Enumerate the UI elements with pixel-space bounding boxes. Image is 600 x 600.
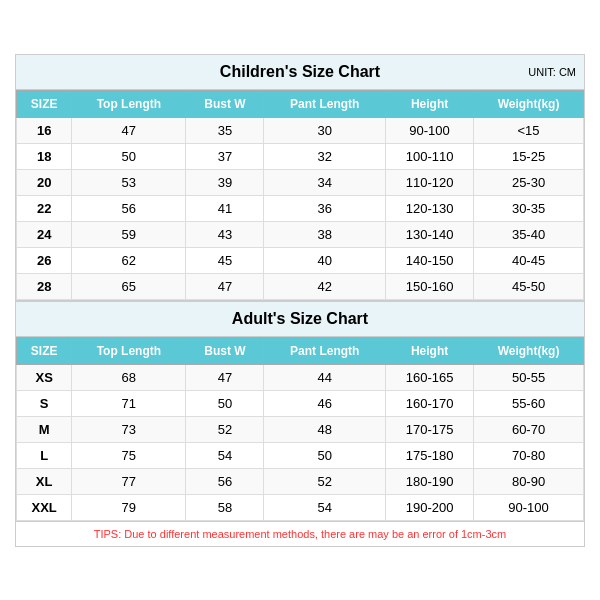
table-cell: 34 — [264, 169, 386, 195]
table-cell: 48 — [264, 416, 386, 442]
table-row: XS684744160-16550-55 — [17, 364, 584, 390]
table-cell: 22 — [17, 195, 72, 221]
table-cell: XS — [17, 364, 72, 390]
table-cell: 90-100 — [474, 494, 584, 520]
table-cell: 56 — [186, 468, 264, 494]
col-size: SIZE — [17, 90, 72, 117]
table-row: 20533934110-12025-30 — [17, 169, 584, 195]
adult-col-bust-w: Bust W — [186, 337, 264, 364]
table-cell: 52 — [186, 416, 264, 442]
adult-col-height: Height — [386, 337, 474, 364]
size-chart-container: Children's Size Chart UNIT: CM SIZE Top … — [15, 54, 585, 547]
table-cell: 46 — [264, 390, 386, 416]
adult-title: Adult's Size Chart — [232, 310, 368, 327]
table-cell: M — [17, 416, 72, 442]
adult-table: SIZE Top Length Bust W Pant Length Heigh… — [16, 337, 584, 521]
table-cell: 160-170 — [386, 390, 474, 416]
table-row: 22564136120-13030-35 — [17, 195, 584, 221]
table-row: XXL795854190-20090-100 — [17, 494, 584, 520]
table-cell: 79 — [72, 494, 186, 520]
table-cell: 59 — [72, 221, 186, 247]
table-cell: 68 — [72, 364, 186, 390]
table-cell: L — [17, 442, 72, 468]
adult-table-body: XS684744160-16550-55S715046160-17055-60M… — [17, 364, 584, 520]
col-top-length: Top Length — [72, 90, 186, 117]
table-cell: 20 — [17, 169, 72, 195]
adult-col-weight: Weight(kg) — [474, 337, 584, 364]
children-title-row: Children's Size Chart UNIT: CM — [16, 55, 584, 90]
table-cell: 40-45 — [474, 247, 584, 273]
table-cell: 36 — [264, 195, 386, 221]
table-cell: 42 — [264, 273, 386, 299]
tips-text: TIPS: Due to different measurement metho… — [94, 528, 506, 540]
table-cell: 37 — [186, 143, 264, 169]
unit-label: UNIT: CM — [528, 66, 576, 78]
table-cell: 44 — [264, 364, 386, 390]
table-cell: 175-180 — [386, 442, 474, 468]
table-cell: 150-160 — [386, 273, 474, 299]
table-cell: 190-200 — [386, 494, 474, 520]
adult-header-row: SIZE Top Length Bust W Pant Length Heigh… — [17, 337, 584, 364]
table-cell: 120-130 — [386, 195, 474, 221]
table-cell: 47 — [72, 117, 186, 143]
children-header-row: SIZE Top Length Bust W Pant Length Heigh… — [17, 90, 584, 117]
table-row: L755450175-18070-80 — [17, 442, 584, 468]
tips-row: TIPS: Due to different measurement metho… — [16, 521, 584, 546]
table-cell: 35-40 — [474, 221, 584, 247]
table-cell: 25-30 — [474, 169, 584, 195]
table-cell: 50 — [72, 143, 186, 169]
table-cell: XL — [17, 468, 72, 494]
table-cell: 50 — [264, 442, 386, 468]
table-cell: 35 — [186, 117, 264, 143]
table-cell: 73 — [72, 416, 186, 442]
table-cell: 52 — [264, 468, 386, 494]
table-cell: 55-60 — [474, 390, 584, 416]
table-row: 18503732100-11015-25 — [17, 143, 584, 169]
table-cell: 28 — [17, 273, 72, 299]
table-cell: 30 — [264, 117, 386, 143]
table-cell: 160-165 — [386, 364, 474, 390]
table-row: 26624540140-15040-45 — [17, 247, 584, 273]
table-cell: 40 — [264, 247, 386, 273]
table-row: M735248170-17560-70 — [17, 416, 584, 442]
table-cell: 110-120 — [386, 169, 474, 195]
table-cell: 32 — [264, 143, 386, 169]
children-table-body: 1647353090-100<1518503732100-11015-25205… — [17, 117, 584, 299]
table-cell: 80-90 — [474, 468, 584, 494]
children-title: Children's Size Chart — [220, 63, 380, 80]
table-cell: 130-140 — [386, 221, 474, 247]
col-height: Height — [386, 90, 474, 117]
table-cell: 45-50 — [474, 273, 584, 299]
table-cell: 43 — [186, 221, 264, 247]
children-table: SIZE Top Length Bust W Pant Length Heigh… — [16, 90, 584, 300]
table-cell: 170-175 — [386, 416, 474, 442]
table-cell: 75 — [72, 442, 186, 468]
table-cell: 53 — [72, 169, 186, 195]
table-cell: 90-100 — [386, 117, 474, 143]
table-cell: 54 — [186, 442, 264, 468]
table-cell: XXL — [17, 494, 72, 520]
table-cell: 24 — [17, 221, 72, 247]
col-weight: Weight(kg) — [474, 90, 584, 117]
table-row: 1647353090-100<15 — [17, 117, 584, 143]
adult-title-row: Adult's Size Chart — [16, 300, 584, 337]
table-cell: 47 — [186, 273, 264, 299]
table-cell: 26 — [17, 247, 72, 273]
table-cell: 16 — [17, 117, 72, 143]
col-bust-w: Bust W — [186, 90, 264, 117]
table-row: 24594338130-14035-40 — [17, 221, 584, 247]
adult-col-size: SIZE — [17, 337, 72, 364]
adult-col-pant-length: Pant Length — [264, 337, 386, 364]
table-cell: 47 — [186, 364, 264, 390]
table-cell: 60-70 — [474, 416, 584, 442]
table-row: XL775652180-19080-90 — [17, 468, 584, 494]
table-cell: 39 — [186, 169, 264, 195]
table-cell: 140-150 — [386, 247, 474, 273]
table-cell: 54 — [264, 494, 386, 520]
table-cell: <15 — [474, 117, 584, 143]
table-cell: 50 — [186, 390, 264, 416]
table-cell: 77 — [72, 468, 186, 494]
table-cell: 62 — [72, 247, 186, 273]
table-cell: 180-190 — [386, 468, 474, 494]
table-cell: 70-80 — [474, 442, 584, 468]
